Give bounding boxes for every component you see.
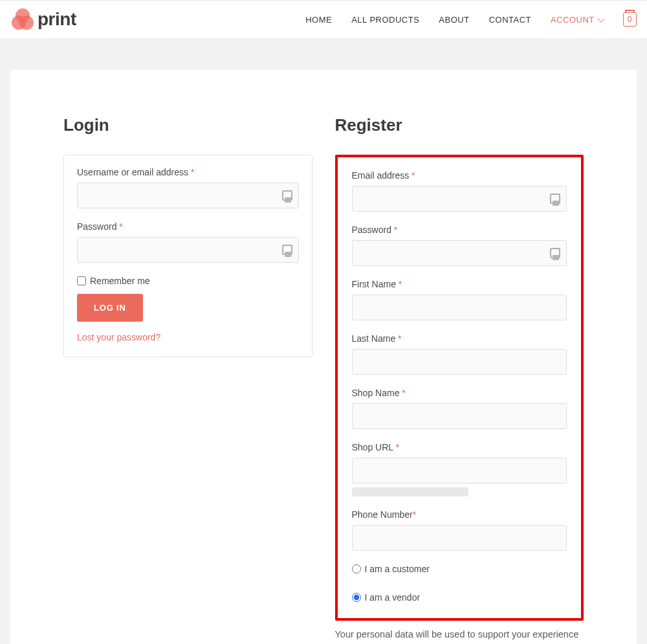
register-shopname-input[interactable]: [352, 403, 567, 429]
autofill-icon: [282, 245, 292, 255]
register-password-label: Password *: [352, 225, 567, 235]
login-password-input[interactable]: [77, 237, 299, 263]
lost-password-link[interactable]: Lost your password?: [77, 332, 299, 342]
login-heading: Login: [63, 115, 313, 135]
register-firstname-field: First Name *: [352, 279, 567, 320]
main-nav: HOME ALL PRODUCTS ABOUT CONTACT ACCOUNT …: [305, 12, 637, 27]
required-asterisk: *: [394, 225, 397, 235]
required-asterisk: *: [413, 509, 416, 520]
page-content: Login Username or email address * Passwo…: [10, 70, 637, 644]
required-asterisk: *: [399, 279, 402, 289]
register-column: Register Email address * Password *: [335, 115, 584, 644]
autofill-icon: [550, 194, 560, 204]
register-phone-label: Phone Number*: [352, 509, 567, 520]
brand-logo-icon: [12, 8, 34, 30]
register-shopname-field: Shop Name *: [352, 388, 567, 429]
role-vendor-row: I am a vendor: [352, 592, 567, 603]
cart-button[interactable]: 0: [623, 12, 637, 27]
required-asterisk: *: [411, 170, 415, 181]
login-username-input[interactable]: [77, 183, 299, 208]
privacy-notice: Your personal data will be used to suppo…: [335, 627, 584, 644]
nav-home[interactable]: HOME: [305, 15, 332, 25]
nav-account-label: ACCOUNT: [551, 15, 595, 25]
required-asterisk: *: [191, 167, 194, 177]
role-vendor-radio[interactable]: [352, 593, 361, 602]
login-username-field: Username or email address *: [77, 167, 299, 208]
register-email-field: Email address *: [352, 170, 567, 212]
register-email-label: Email address *: [352, 170, 567, 181]
role-customer-label: I am a customer: [365, 564, 430, 574]
register-shopurl-field: Shop URL *: [352, 442, 567, 496]
nav-all-products[interactable]: ALL PRODUCTS: [351, 15, 419, 25]
login-password-field: Password *: [77, 221, 299, 263]
remember-me-checkbox[interactable]: [77, 276, 86, 285]
brand[interactable]: print: [12, 8, 76, 30]
required-asterisk: *: [395, 442, 399, 452]
register-lastname-field: Last Name *: [352, 333, 567, 375]
login-username-label: Username or email address *: [77, 167, 299, 177]
register-shopurl-label: Shop URL *: [352, 442, 567, 452]
register-phone-field: Phone Number*: [352, 509, 567, 551]
required-asterisk: *: [402, 388, 405, 398]
remember-me-label: Remember me: [90, 276, 150, 286]
register-shopurl-input[interactable]: [352, 458, 567, 483]
role-customer-row: I am a customer: [352, 564, 567, 574]
chevron-down-icon: [597, 15, 604, 22]
register-lastname-label: Last Name *: [352, 333, 567, 344]
register-highlight-box: Email address * Password *: [335, 155, 584, 621]
role-customer-radio[interactable]: [352, 564, 361, 573]
login-column: Login Username or email address * Passwo…: [63, 115, 313, 644]
nav-about[interactable]: ABOUT: [439, 15, 469, 25]
required-asterisk: *: [119, 221, 122, 232]
register-password-field: Password *: [352, 225, 567, 266]
cart-count: 0: [628, 15, 632, 24]
register-firstname-input[interactable]: [352, 294, 567, 320]
required-asterisk: *: [398, 333, 401, 344]
login-submit-button[interactable]: LOG IN: [77, 294, 143, 322]
site-header: print HOME ALL PRODUCTS ABOUT CONTACT AC…: [0, 0, 647, 39]
register-firstname-label: First Name *: [352, 279, 567, 289]
shop-url-hint: [352, 487, 468, 496]
brand-name: print: [38, 9, 76, 30]
register-email-input[interactable]: [352, 186, 567, 212]
register-heading: Register: [335, 115, 584, 135]
nav-contact[interactable]: CONTACT: [489, 15, 531, 25]
nav-account[interactable]: ACCOUNT: [551, 15, 604, 25]
register-password-input[interactable]: [352, 240, 567, 266]
remember-me-row: Remember me: [77, 276, 299, 286]
autofill-icon: [282, 190, 292, 201]
role-vendor-label: I am a vendor: [365, 592, 421, 603]
login-password-label: Password *: [77, 221, 299, 232]
login-form-card: Username or email address * Password *: [63, 155, 313, 357]
register-phone-input[interactable]: [352, 525, 567, 551]
autofill-icon: [550, 248, 560, 258]
register-lastname-input[interactable]: [352, 349, 567, 375]
register-shopname-label: Shop Name *: [352, 388, 567, 398]
